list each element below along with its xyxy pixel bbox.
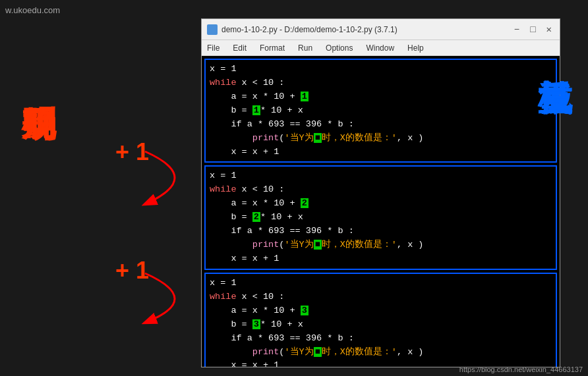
code-line: x = x + 1 xyxy=(210,252,552,266)
menu-edit[interactable]: Edit xyxy=(230,43,249,53)
code-block-3: x = 1 while x < 10 : a = x * 10 + 3 b = … xyxy=(204,273,557,367)
code-line: print('当Y为■时，X的数值是：', x ) xyxy=(210,132,552,146)
close-button[interactable]: ✕ xyxy=(544,24,554,35)
code-block-1: x = 1 while x < 10 : a = x * 10 + 1 b = … xyxy=(204,59,557,163)
code-line: while x < 10 : xyxy=(210,290,552,304)
code-line: x = 1 xyxy=(210,277,552,290)
editor-window: demo-1-10-2.py - D:/demo/demo-1-10-2.py … xyxy=(201,18,560,367)
code-line: x = 1 xyxy=(210,169,552,183)
code-line: a = x * 10 + 3 xyxy=(210,304,552,318)
title-bar: demo-1-10-2.py - D:/demo/demo-1-10-2.py … xyxy=(202,19,560,40)
plus-one-label-1: + 1 xyxy=(115,138,149,166)
red-curves-decoration xyxy=(0,0,211,376)
code-line: b = 3* 10 + x xyxy=(210,318,552,332)
code-line: if a * 693 == 396 * b : xyxy=(210,225,552,238)
menu-bar: File Edit Format Run Options Window Help xyxy=(202,40,560,56)
watermark-text: w.ukoedu.com xyxy=(5,5,60,15)
code-line: print('当Y为■时，X的数值是：', x ) xyxy=(210,346,552,360)
code-line: x = x + 1 xyxy=(210,146,552,159)
code-line: while x < 10 : xyxy=(210,76,552,90)
code-block-2: x = 1 while x < 10 : a = x * 10 + 2 b = … xyxy=(204,165,557,269)
code-line: while x < 10 : xyxy=(210,183,552,197)
code-line: a = x * 10 + 1 xyxy=(210,90,552,104)
maximize-button[interactable]: □ xyxy=(527,24,538,35)
menu-help[interactable]: Help xyxy=(405,43,426,53)
code-line: x = 1 xyxy=(210,63,552,76)
plus-one-label-2: + 1 xyxy=(115,257,149,284)
code-line: a = x * 10 + 2 xyxy=(210,197,552,211)
csdn-watermark: https://blog.csdn.net/weixin_44663137 xyxy=(459,365,583,373)
menu-format[interactable]: Format xyxy=(257,43,287,53)
title-bar-left: demo-1-10-2.py - D:/demo/demo-1-10-2.py … xyxy=(207,24,397,35)
code-line: b = 2* 10 + x xyxy=(210,211,552,225)
menu-run[interactable]: Run xyxy=(295,43,315,53)
menu-options[interactable]: Options xyxy=(323,43,355,53)
window-title: demo-1-10-2.py - D:/demo/demo-1-10-2.py … xyxy=(221,25,397,34)
code-line: if a * 693 == 396 * b : xyxy=(210,332,552,346)
code-line: b = 1* 10 + x xyxy=(210,104,552,118)
code-line: print('当Y为■时，X的数值是：', x ) xyxy=(210,238,552,252)
minimize-button[interactable]: − xyxy=(512,24,522,35)
window-controls[interactable]: − □ ✕ xyxy=(512,24,554,35)
menu-file[interactable]: File xyxy=(204,43,222,53)
menu-window[interactable]: Window xyxy=(363,43,397,53)
app-icon xyxy=(207,24,218,35)
code-line: if a * 693 == 396 * b : xyxy=(210,118,552,132)
code-area[interactable]: x = 1 while x < 10 : a = x * 10 + 1 b = … xyxy=(202,56,560,367)
